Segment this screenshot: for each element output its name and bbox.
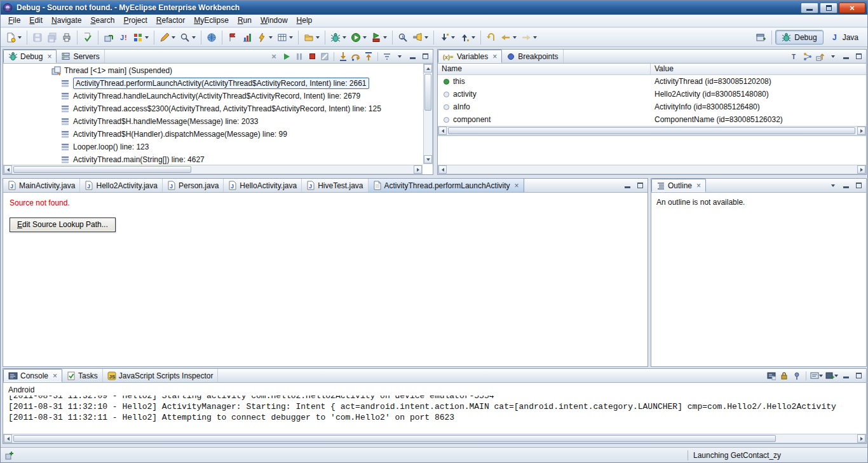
- menu-navigate[interactable]: Navigate: [47, 15, 86, 27]
- run-button[interactable]: [349, 30, 369, 45]
- debug-horizontal-scrollbar[interactable]: [3, 165, 423, 174]
- report-chart-button[interactable]: [240, 30, 254, 45]
- deploy-to-server-button[interactable]: [102, 30, 116, 45]
- close-tab-icon[interactable]: ×: [492, 53, 497, 60]
- variables-horizontal-scrollbar[interactable]: [438, 126, 866, 135]
- scroll-right-button[interactable]: [857, 165, 865, 174]
- menu-project[interactable]: Project: [119, 15, 151, 27]
- console-output[interactable]: Android [2011-08-31 11:32:09 - Hello2] S…: [3, 383, 866, 433]
- scroll-down-button[interactable]: [424, 155, 432, 163]
- save-button[interactable]: [31, 30, 44, 45]
- step-filters-icon[interactable]: [382, 51, 392, 62]
- view-menu-icon[interactable]: [395, 51, 405, 62]
- last-edit-location-button[interactable]: [484, 30, 498, 45]
- menu-search[interactable]: Search: [86, 15, 119, 27]
- minimize-button[interactable]: [801, 3, 818, 13]
- tab-variables[interactable]: (x)= Variables ×: [438, 50, 502, 63]
- next-annotation-button[interactable]: [437, 30, 457, 45]
- detail-horizontal-scrollbar[interactable]: [438, 165, 866, 174]
- view-menu-icon[interactable]: [828, 180, 838, 191]
- suspend-icon[interactable]: [294, 51, 304, 62]
- tab-console[interactable]: Console ×: [3, 369, 62, 382]
- visual-editor-palette-button[interactable]: [131, 30, 151, 45]
- close-tab-icon[interactable]: ×: [47, 53, 51, 60]
- menu-file[interactable]: File: [4, 15, 25, 27]
- flag-button[interactable]: [226, 30, 240, 45]
- step-into-icon[interactable]: [338, 51, 348, 62]
- thread-row[interactable]: Thread [<1> main] (Suspended): [3, 64, 423, 77]
- column-header-name[interactable]: Name: [438, 64, 651, 74]
- editor-tab[interactable]: J Hello2Activity.java: [80, 179, 162, 192]
- open-console-icon[interactable]: [825, 370, 838, 382]
- variables-detail-pane[interactable]: [438, 135, 866, 165]
- scroll-up-button[interactable]: [424, 64, 432, 73]
- maximize-view-icon[interactable]: [853, 51, 864, 62]
- menu-myeclipse[interactable]: MyEclipse: [189, 15, 233, 27]
- close-button[interactable]: ×: [839, 3, 865, 13]
- minimize-view-icon[interactable]: [407, 51, 417, 62]
- view-menu-icon[interactable]: [828, 51, 838, 62]
- collapse-all-icon[interactable]: [815, 51, 825, 62]
- java-search-button[interactable]: [178, 30, 198, 45]
- minimize-view-icon[interactable]: [841, 370, 851, 382]
- editor-tab[interactable]: J HelloActivity.java: [224, 179, 302, 192]
- validate-button[interactable]: [81, 30, 95, 45]
- close-tab-icon[interactable]: ×: [696, 182, 701, 190]
- maximize-view-icon[interactable]: [853, 180, 864, 191]
- display-selected-console-icon[interactable]: [810, 370, 823, 382]
- stack-frame-row[interactable]: ActivityThread.main(String[]) line: 4627: [3, 153, 423, 164]
- menu-refactor[interactable]: Refactor: [152, 15, 189, 27]
- database-table-button[interactable]: [275, 30, 295, 45]
- stack-frame-row[interactable]: ActivityThread.performLaunchActivity(Act…: [3, 77, 423, 90]
- editor-tab[interactable]: J Person.java: [163, 179, 224, 192]
- stack-frame-row[interactable]: Looper.loop() line: 123: [3, 141, 423, 153]
- close-tab-icon[interactable]: ×: [53, 372, 57, 380]
- tab-outline[interactable]: Outline ×: [651, 179, 706, 192]
- edit-source-lookup-path-button[interactable]: Edit Source Lookup Path...: [10, 218, 116, 232]
- scrollbar-thumb[interactable]: [424, 74, 431, 111]
- run-jsp-button[interactable]: J!: [116, 30, 130, 45]
- menu-edit[interactable]: Edit: [25, 15, 47, 27]
- remove-terminated-icon[interactable]: ×: [269, 51, 279, 62]
- menu-window[interactable]: Window: [256, 15, 292, 27]
- run-external-tools-button[interactable]: [369, 30, 389, 45]
- stack-frame-row[interactable]: ActivityThread$H(Handler).dispatchMessag…: [3, 128, 423, 141]
- scrollbar-thumb[interactable]: [448, 127, 855, 134]
- terminate-icon[interactable]: [307, 51, 317, 62]
- disconnect-icon[interactable]: [320, 51, 330, 62]
- maximize-button[interactable]: [820, 3, 837, 13]
- scroll-right-button[interactable]: [857, 127, 865, 135]
- search-button[interactable]: [410, 30, 430, 45]
- scroll-right-button[interactable]: [414, 165, 422, 174]
- lightning-button[interactable]: [255, 30, 275, 45]
- print-button[interactable]: [60, 30, 74, 45]
- tab-javascript-inspector[interactable]: JS JavaScript Scripts Inspector: [103, 369, 219, 382]
- show-logical-structure-icon[interactable]: [803, 51, 813, 62]
- minimize-view-icon[interactable]: [841, 180, 851, 191]
- tab-breakpoints[interactable]: Breakpoints: [502, 50, 563, 63]
- tab-tasks[interactable]: Tasks: [62, 369, 103, 382]
- debug-button[interactable]: [329, 30, 348, 45]
- step-over-icon[interactable]: [351, 51, 361, 62]
- minimize-view-icon[interactable]: [622, 180, 632, 191]
- editor-tab-active[interactable]: ActivityThread.performLaunchActivity ×: [369, 179, 524, 192]
- open-folder-button[interactable]: [302, 30, 322, 45]
- scroll-left-button[interactable]: [4, 165, 12, 174]
- back-button[interactable]: [499, 30, 519, 45]
- perspective-debug-button[interactable]: Debug: [775, 30, 823, 45]
- open-perspective-button[interactable]: [754, 30, 768, 45]
- tab-debug[interactable]: Debug ×: [3, 50, 57, 63]
- open-type-button[interactable]: J: [396, 30, 410, 45]
- variable-row[interactable]: activity Hello2Activity (id=830085148080…: [438, 88, 866, 100]
- menu-help[interactable]: Help: [292, 15, 317, 27]
- show-type-names-icon[interactable]: T: [790, 51, 800, 62]
- scrollbar-thumb[interactable]: [13, 166, 191, 173]
- scroll-lock-icon[interactable]: [779, 370, 789, 382]
- perspective-java-button[interactable]: J Java: [824, 31, 864, 44]
- scroll-left-button[interactable]: [438, 165, 447, 174]
- new-wizard-button[interactable]: [4, 30, 24, 45]
- stack-frame-row[interactable]: ActivityThread.access$2300(ActivityThrea…: [3, 102, 423, 115]
- menu-run[interactable]: Run: [233, 15, 256, 27]
- pin-console-icon[interactable]: [792, 370, 802, 382]
- variable-row[interactable]: aInfo ActivityInfo (id=830085126480): [438, 100, 866, 113]
